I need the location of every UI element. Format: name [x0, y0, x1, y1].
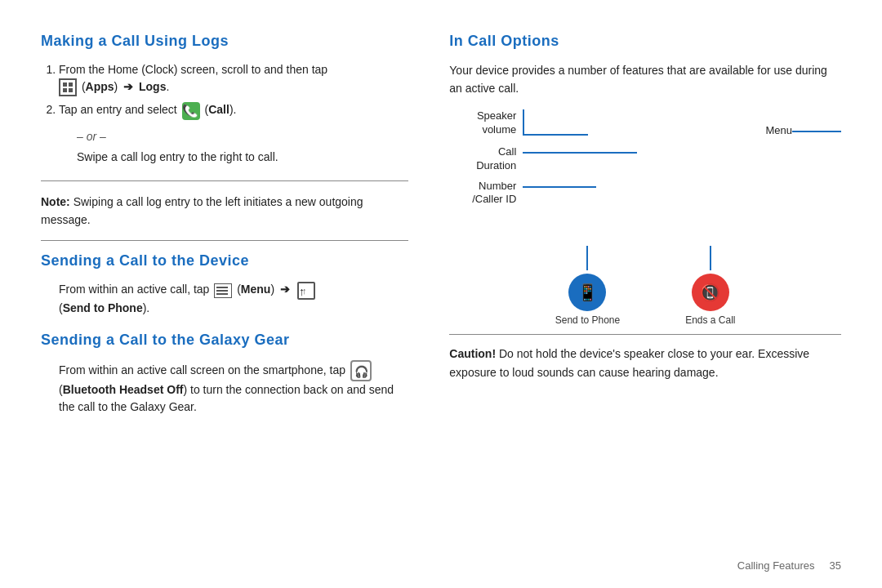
call-duration-label: CallDuration — [449, 145, 523, 173]
bt-label: Bluetooth Headset Off — [63, 383, 184, 396]
section3-heading: Sending a Call to the Galaxy Gear — [41, 332, 408, 349]
speaker-line-area — [523, 109, 743, 142]
diagram-spacer — [449, 213, 841, 246]
send-phone-line-v — [586, 246, 588, 270]
step2-text: Tap an entry and select — [59, 103, 177, 116]
menu-label-right: Menu — [743, 124, 792, 136]
arrow-right-icon: ➔ — [123, 78, 133, 96]
section-sending-device: Sending a Call to the Device From within… — [41, 252, 408, 316]
arrow-icon: ➔ — [280, 281, 290, 298]
ends-call-group: 📵 Ends a Call — [685, 246, 735, 326]
ends-call-line-v — [710, 246, 711, 270]
speaker-row: Speakervolume Menu — [449, 109, 841, 142]
logs-label: Logs — [139, 80, 166, 93]
speaker-line-v — [523, 109, 524, 134]
send-phone-label: Send to Phone — [555, 314, 620, 326]
note-block: Note: Swiping a call log entry to the le… — [41, 193, 408, 229]
section2-content: From within an active call, tap (Menu) ➔… — [59, 281, 408, 316]
incall-intro: Your device provides a number of feature… — [449, 61, 841, 98]
call-label: Call — [208, 103, 229, 116]
section-making-call: Making a Call Using Logs From the Home (… — [41, 33, 408, 166]
call-icon: 📞 — [182, 102, 200, 120]
send-phone-icon: 📱 — [568, 274, 606, 311]
section-sending-gear: Sending a Call to the Galaxy Gear From w… — [41, 332, 408, 416]
bottom-icons-row: 📱 Send to Phone 📵 Ends a Call — [449, 246, 841, 326]
or-text: – or – — [77, 128, 408, 145]
apps-icon — [59, 78, 77, 96]
note-label: Note: — [41, 195, 70, 208]
caution-label: Caution! — [449, 347, 496, 360]
right-column: In Call Options Your device provides a n… — [433, 33, 841, 564]
apps-label: Apps — [86, 80, 114, 93]
ends-call-label: Ends a Call — [685, 314, 735, 326]
section1-heading: Making a Call Using Logs — [41, 33, 408, 50]
incall-heading: In Call Options — [449, 33, 841, 50]
or-block: – or – Swipe a call log entry to the rig… — [59, 128, 408, 166]
send-to-phone-group: 📱 Send to Phone — [555, 246, 620, 326]
incall-diagram: Speakervolume Menu CallDuration — [449, 109, 841, 327]
menu-line — [792, 131, 841, 132]
step2: Tap an entry and select 📞 (Call). — [59, 101, 408, 119]
page-number: 35 — [830, 559, 841, 572]
section2-heading: Sending a Call to the Device — [41, 252, 408, 270]
caution-block: Caution! Do not hold the device's speake… — [449, 334, 841, 381]
section2-desc: From within an active call, tap — [59, 283, 209, 296]
bluetooth-icon — [350, 360, 372, 381]
divider2 — [41, 240, 408, 241]
footer: Calling Features 35 — [737, 559, 841, 572]
left-column: Making a Call Using Logs From the Home (… — [41, 33, 433, 564]
note-text: Swiping a call log entry to the left ini… — [41, 195, 363, 226]
number-line — [523, 186, 596, 188]
number-label: Number/Caller ID — [449, 180, 523, 207]
section3-desc: From within an active call screen on the… — [59, 363, 345, 376]
step1: From the Home (Clock) screen, scroll to … — [59, 61, 408, 96]
ends-call-icon: 📵 — [692, 274, 729, 311]
phone-send-icon: ↑ — [297, 282, 315, 300]
menu-label: Menu — [241, 283, 271, 296]
speaker-line-h — [523, 134, 588, 136]
section3-content: From within an active call screen on the… — [59, 360, 408, 416]
step1-text: From the Home (Clock) screen, scroll to … — [59, 63, 327, 76]
footer-text: Calling Features — [737, 559, 815, 572]
swipe-text: Swipe a call log entry to the right to c… — [77, 149, 408, 166]
send-to-phone-label: Send to Phone — [63, 301, 143, 314]
speaker-label: Speakervolume — [449, 109, 523, 137]
divider1 — [41, 180, 408, 181]
menu-icon — [214, 283, 232, 298]
number-row: Number/Caller ID — [449, 180, 841, 207]
caution-text: Do not hold the device's speaker close t… — [449, 347, 809, 378]
call-duration-row: CallDuration — [449, 145, 841, 173]
call-duration-line — [523, 152, 637, 154]
